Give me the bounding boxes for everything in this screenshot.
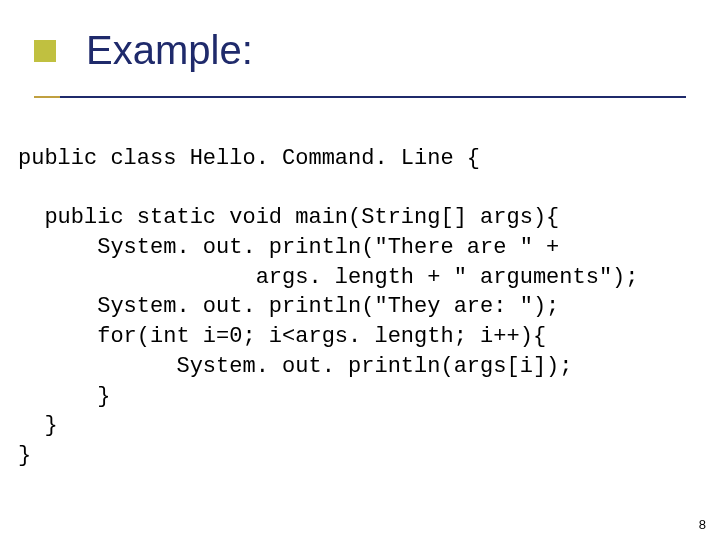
code-line: public class Hello. Command. Line { <box>18 146 480 171</box>
title-underline <box>34 96 686 98</box>
code-line: args. length + " arguments"); <box>18 265 639 290</box>
code-example: public class Hello. Command. Line { publ… <box>18 144 639 471</box>
code-line: } <box>18 413 58 438</box>
title-underline-accent <box>34 96 60 98</box>
code-line: for(int i=0; i<args. length; i++){ <box>18 324 546 349</box>
code-line: System. out. println("They are: "); <box>18 294 559 319</box>
page-number: 8 <box>699 517 706 532</box>
title-block: Example: <box>34 34 686 106</box>
accent-square-icon <box>34 40 56 62</box>
code-line: } <box>18 384 110 409</box>
slide: Example: public class Hello. Command. Li… <box>0 0 720 540</box>
slide-title: Example: <box>86 28 253 73</box>
code-line: } <box>18 443 31 468</box>
code-line: System. out. println("There are " + <box>18 235 559 260</box>
code-line: public static void main(String[] args){ <box>18 205 559 230</box>
code-line: System. out. println(args[i]); <box>18 354 573 379</box>
